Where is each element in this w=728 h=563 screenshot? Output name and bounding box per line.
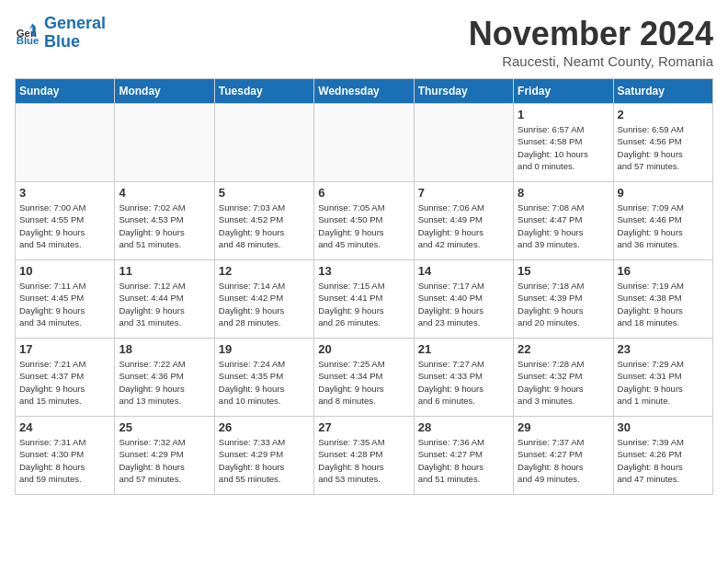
table-row [16,104,115,182]
day-number: 19 [219,342,310,356]
day-number: 4 [119,186,210,200]
header-thursday: Thursday [414,79,513,104]
header-saturday: Saturday [613,79,712,104]
table-row: 9Sunrise: 7:09 AM Sunset: 4:46 PM Daylig… [613,182,712,260]
table-row: 7Sunrise: 7:06 AM Sunset: 4:49 PM Daylig… [414,182,513,260]
table-row: 24Sunrise: 7:31 AM Sunset: 4:30 PM Dayli… [16,417,115,495]
day-info: Sunrise: 7:39 AM Sunset: 4:26 PM Dayligh… [618,436,709,485]
day-number: 17 [19,342,110,356]
header-tuesday: Tuesday [214,79,313,104]
day-number: 1 [518,108,609,121]
day-info: Sunrise: 7:22 AM Sunset: 4:36 PM Dayligh… [119,358,210,407]
day-info: Sunrise: 7:18 AM Sunset: 4:39 PM Dayligh… [518,280,609,328]
svg-text:Blue: Blue [17,35,40,46]
table-row [115,104,214,182]
day-info: Sunrise: 6:57 AM Sunset: 4:58 PM Dayligh… [518,123,609,172]
calendar-week-row: 1Sunrise: 6:57 AM Sunset: 4:58 PM Daylig… [16,104,713,182]
table-row: 19Sunrise: 7:24 AM Sunset: 4:35 PM Dayli… [214,339,313,417]
day-info: Sunrise: 7:11 AM Sunset: 4:45 PM Dayligh… [19,280,110,328]
table-row: 20Sunrise: 7:25 AM Sunset: 4:34 PM Dayli… [314,339,414,417]
day-number: 18 [119,342,210,356]
day-number: 3 [19,186,110,200]
day-number: 5 [219,186,310,200]
table-row: 30Sunrise: 7:39 AM Sunset: 4:26 PM Dayli… [613,417,712,495]
day-info: Sunrise: 7:05 AM Sunset: 4:50 PM Dayligh… [318,201,409,250]
day-number: 12 [219,264,310,278]
day-info: Sunrise: 7:00 AM Sunset: 4:55 PM Dayligh… [19,201,110,250]
day-info: Sunrise: 7:33 AM Sunset: 4:29 PM Dayligh… [219,436,310,485]
table-row [214,104,313,182]
header: Gen Blue GeneralBlue November 2024 Rauce… [15,15,713,69]
table-row: 14Sunrise: 7:17 AM Sunset: 4:40 PM Dayli… [414,260,513,339]
day-info: Sunrise: 6:59 AM Sunset: 4:56 PM Dayligh… [618,123,709,172]
calendar-week-row: 3Sunrise: 7:00 AM Sunset: 4:55 PM Daylig… [16,182,713,260]
day-number: 26 [219,420,310,434]
logo: Gen Blue GeneralBlue [15,15,106,52]
day-number: 14 [418,264,509,278]
calendar-week-row: 10Sunrise: 7:11 AM Sunset: 4:45 PM Dayli… [16,260,713,339]
table-row: 26Sunrise: 7:33 AM Sunset: 4:29 PM Dayli… [214,417,313,495]
day-info: Sunrise: 7:02 AM Sunset: 4:53 PM Dayligh… [119,201,210,250]
table-row: 1Sunrise: 6:57 AM Sunset: 4:58 PM Daylig… [514,104,613,182]
table-row: 12Sunrise: 7:14 AM Sunset: 4:42 PM Dayli… [214,260,313,339]
day-info: Sunrise: 7:14 AM Sunset: 4:42 PM Dayligh… [219,280,310,328]
day-number: 27 [318,420,409,434]
day-info: Sunrise: 7:31 AM Sunset: 4:30 PM Dayligh… [19,436,110,485]
header-sunday: Sunday [16,79,115,104]
table-row: 16Sunrise: 7:19 AM Sunset: 4:38 PM Dayli… [613,260,712,339]
day-number: 29 [518,420,609,434]
day-number: 6 [318,186,409,200]
header-wednesday: Wednesday [314,79,414,104]
day-number: 13 [318,264,409,278]
title-area: November 2024 Raucesti, Neamt County, Ro… [469,15,713,69]
table-row: 28Sunrise: 7:36 AM Sunset: 4:27 PM Dayli… [414,417,513,495]
calendar: Sunday Monday Tuesday Wednesday Thursday… [15,78,713,495]
day-number: 16 [618,264,709,278]
day-number: 7 [418,186,509,200]
table-row: 6Sunrise: 7:05 AM Sunset: 4:50 PM Daylig… [314,182,414,260]
day-number: 22 [518,342,609,356]
calendar-week-row: 24Sunrise: 7:31 AM Sunset: 4:30 PM Dayli… [16,417,713,495]
day-info: Sunrise: 7:35 AM Sunset: 4:28 PM Dayligh… [318,436,409,485]
table-row: 8Sunrise: 7:08 AM Sunset: 4:47 PM Daylig… [514,182,613,260]
day-info: Sunrise: 7:36 AM Sunset: 4:27 PM Dayligh… [418,436,509,485]
location-title: Raucesti, Neamt County, Romania [469,53,713,69]
table-row: 10Sunrise: 7:11 AM Sunset: 4:45 PM Dayli… [16,260,115,339]
day-number: 28 [418,420,509,434]
day-info: Sunrise: 7:32 AM Sunset: 4:29 PM Dayligh… [119,436,210,485]
day-info: Sunrise: 7:08 AM Sunset: 4:47 PM Dayligh… [518,201,609,250]
table-row: 5Sunrise: 7:03 AM Sunset: 4:52 PM Daylig… [214,182,313,260]
day-number: 25 [119,420,210,434]
day-info: Sunrise: 7:37 AM Sunset: 4:27 PM Dayligh… [518,436,609,485]
day-info: Sunrise: 7:03 AM Sunset: 4:52 PM Dayligh… [219,201,310,250]
table-row: 23Sunrise: 7:29 AM Sunset: 4:31 PM Dayli… [613,339,712,417]
day-number: 8 [518,186,609,200]
logo-text: GeneralBlue [44,15,106,52]
month-title: November 2024 [469,15,713,53]
day-info: Sunrise: 7:15 AM Sunset: 4:41 PM Dayligh… [318,280,409,328]
day-info: Sunrise: 7:12 AM Sunset: 4:44 PM Dayligh… [119,280,210,328]
day-info: Sunrise: 7:21 AM Sunset: 4:37 PM Dayligh… [19,358,110,407]
table-row: 15Sunrise: 7:18 AM Sunset: 4:39 PM Dayli… [514,260,613,339]
day-info: Sunrise: 7:06 AM Sunset: 4:49 PM Dayligh… [418,201,509,250]
header-monday: Monday [115,79,214,104]
day-number: 23 [618,342,709,356]
day-info: Sunrise: 7:19 AM Sunset: 4:38 PM Dayligh… [618,280,709,328]
day-info: Sunrise: 7:24 AM Sunset: 4:35 PM Dayligh… [219,358,310,407]
table-row: 17Sunrise: 7:21 AM Sunset: 4:37 PM Dayli… [16,339,115,417]
day-info: Sunrise: 7:09 AM Sunset: 4:46 PM Dayligh… [618,201,709,250]
day-info: Sunrise: 7:17 AM Sunset: 4:40 PM Dayligh… [418,280,509,328]
table-row: 25Sunrise: 7:32 AM Sunset: 4:29 PM Dayli… [115,417,214,495]
day-number: 15 [518,264,609,278]
day-number: 20 [318,342,409,356]
table-row: 27Sunrise: 7:35 AM Sunset: 4:28 PM Dayli… [314,417,414,495]
table-row: 2Sunrise: 6:59 AM Sunset: 4:56 PM Daylig… [613,104,712,182]
day-info: Sunrise: 7:25 AM Sunset: 4:34 PM Dayligh… [318,358,409,407]
day-info: Sunrise: 7:27 AM Sunset: 4:33 PM Dayligh… [418,358,509,407]
day-info: Sunrise: 7:29 AM Sunset: 4:31 PM Dayligh… [618,358,709,407]
day-number: 24 [19,420,110,434]
table-row: 4Sunrise: 7:02 AM Sunset: 4:53 PM Daylig… [115,182,214,260]
day-number: 9 [618,186,709,200]
table-row: 21Sunrise: 7:27 AM Sunset: 4:33 PM Dayli… [414,339,513,417]
table-row [314,104,414,182]
